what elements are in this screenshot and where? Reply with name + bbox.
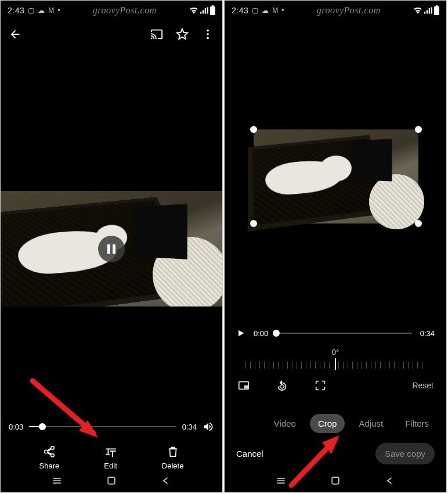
cancel-button[interactable]: Cancel [236, 449, 263, 459]
dot-icon: • [281, 6, 284, 15]
signal-icon [424, 7, 432, 14]
time-total: 0:34 [182, 423, 197, 431]
play-controls: 0:00 0:34 [225, 329, 446, 338]
picture-icon: ▢ [28, 6, 34, 15]
svg-point-0 [207, 30, 209, 32]
volume-icon[interactable] [203, 421, 214, 432]
back-button[interactable] [9, 28, 21, 41]
share-label: Share [39, 461, 60, 470]
seek-track[interactable] [276, 333, 411, 334]
status-right [189, 6, 215, 15]
crop-handle-tl[interactable] [250, 126, 257, 133]
status-bar: 2:43 ▢ ☁ M • groovyPost.com [1, 1, 222, 20]
status-right [413, 6, 439, 15]
svg-rect-3 [108, 477, 115, 484]
crop-toolbar: Reset [225, 379, 446, 392]
crop-handle-tr[interactable] [415, 126, 422, 133]
picture-icon: ▢ [252, 6, 258, 15]
rotate-icon[interactable] [276, 379, 288, 392]
tab-filters[interactable]: Filters [397, 414, 437, 433]
crop-frame[interactable] [254, 129, 418, 223]
save-copy-button[interactable]: Save copy [375, 443, 435, 464]
delete-button[interactable]: Delete [162, 445, 184, 470]
video-frame[interactable] [1, 191, 222, 307]
nav-bar [1, 471, 222, 490]
box-graphic [351, 139, 392, 181]
cast-icon[interactable] [150, 28, 163, 41]
signal-icon [200, 7, 208, 14]
watermark: groovyPost.com [63, 5, 186, 16]
expand-icon[interactable] [314, 379, 327, 392]
dot-icon: • [57, 6, 60, 15]
screenshot-video-player: 2:43 ▢ ☁ M • groovyPost.com [0, 0, 223, 493]
delete-label: Delete [162, 461, 184, 470]
battery-icon [210, 6, 215, 15]
svg-rect-7 [244, 385, 248, 389]
screenshot-crop-editor: 2:43 ▢ ☁ M • groovyPost.com 0:00 0:34 0° [224, 0, 447, 493]
gmail-icon: M [272, 6, 278, 15]
home-button[interactable] [106, 475, 117, 486]
back-nav-button[interactable] [160, 475, 172, 486]
delete-icon [167, 445, 179, 458]
box-graphic [133, 204, 187, 259]
time-current: 0:00 [254, 329, 268, 338]
annotation-arrow [283, 427, 358, 491]
play-button[interactable] [236, 329, 245, 338]
rotation-angle: 0° [225, 348, 446, 356]
clock: 2:43 [8, 6, 24, 15]
top-app-bar [1, 20, 222, 48]
time-current: 0:03 [9, 423, 23, 431]
pause-button[interactable] [98, 236, 125, 262]
battery-icon [434, 6, 439, 15]
svg-point-2 [207, 37, 209, 39]
back-nav-button[interactable] [384, 475, 396, 486]
cloud-icon: ☁ [38, 6, 45, 15]
cloud-icon: ☁ [262, 6, 269, 15]
crop-handle-bl[interactable] [250, 220, 257, 227]
clock: 2:43 [232, 6, 248, 15]
rotation-ruler[interactable] [245, 357, 425, 373]
star-icon[interactable] [176, 28, 189, 41]
aspect-ratio-icon[interactable] [237, 379, 250, 392]
status-bar: 2:43 ▢ ☁ M • groovyPost.com [225, 1, 446, 20]
wifi-icon [413, 7, 422, 14]
recents-button[interactable] [51, 475, 63, 486]
reset-button[interactable]: Reset [412, 381, 433, 390]
crop-handle-br[interactable] [415, 220, 422, 227]
time-total: 0:34 [420, 329, 435, 338]
watermark: groovyPost.com [287, 5, 410, 16]
more-icon[interactable] [201, 28, 214, 41]
svg-point-1 [207, 33, 209, 35]
annotation-arrow [24, 375, 117, 450]
wifi-icon [189, 7, 198, 14]
gmail-icon: M [48, 6, 54, 15]
edit-label: Edit [104, 461, 117, 470]
